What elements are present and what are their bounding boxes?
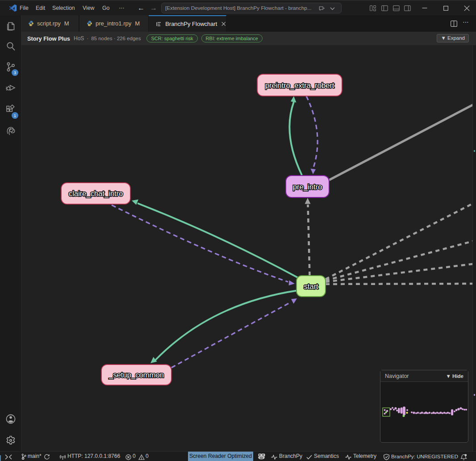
svg-text:_setup_common: _setup_common [109,371,164,379]
svg-text:pre_intro: pre_intro [293,183,322,191]
svg-text:start: start [304,282,318,291]
svg-text:claire_chat_intro: claire_chat_intro [69,189,123,198]
svg-text:preintro_extra_robert: preintro_extra_robert [265,81,334,90]
